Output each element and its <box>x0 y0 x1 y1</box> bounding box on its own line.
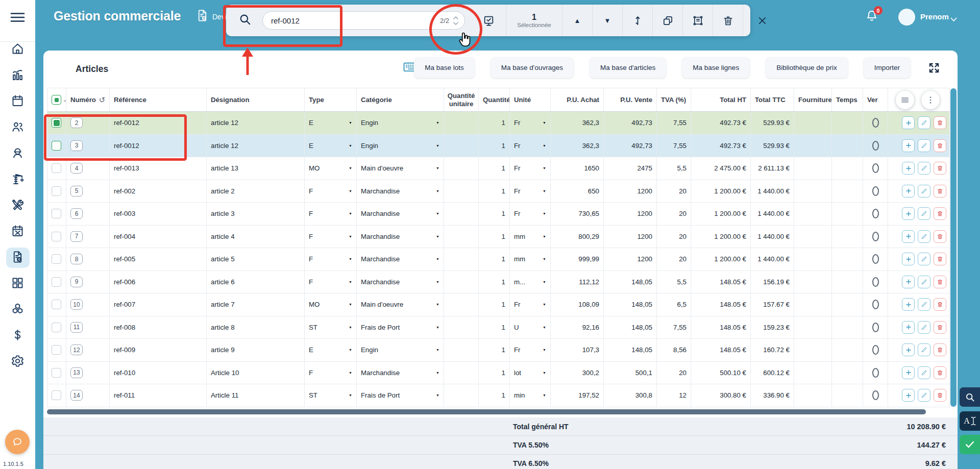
cell-type-dropdown[interactable]: F▼ <box>305 362 357 384</box>
cell-pu-vente[interactable]: 148,05 <box>604 316 657 339</box>
cell-reference[interactable]: ref-007 <box>110 293 207 316</box>
chevron-up-icon[interactable] <box>453 16 459 20</box>
edit-row-button[interactable] <box>918 389 930 402</box>
edit-row-button[interactable] <box>918 162 930 175</box>
cell-tva[interactable]: 20 <box>657 203 691 225</box>
cell-quantite-unitaire[interactable] <box>444 180 479 203</box>
cell-temps[interactable] <box>832 203 863 225</box>
cell-quantite[interactable]: 1 <box>479 248 510 270</box>
row-number-chip[interactable]: 12 <box>70 344 83 355</box>
cell-temps[interactable] <box>832 135 863 157</box>
cell-type-dropdown[interactable]: F▼ <box>305 226 357 248</box>
add-row-button[interactable] <box>902 139 915 152</box>
cell-fourniture[interactable] <box>794 157 832 180</box>
cell-type-dropdown[interactable]: E▼ <box>305 339 357 361</box>
row-number-chip[interactable]: 3 <box>70 140 83 151</box>
cell-quantite[interactable]: 1 <box>479 362 510 384</box>
row-number-chip[interactable]: 10 <box>70 299 83 310</box>
cell-categorie-dropdown[interactable]: Marchandise▼ <box>357 362 444 384</box>
edit-row-button[interactable] <box>918 207 930 220</box>
row-number-chip[interactable]: 11 <box>70 322 83 333</box>
chevron-down-icon[interactable]: ⌄ <box>63 97 66 103</box>
move-up-button[interactable]: ▲ <box>562 5 592 36</box>
cell-designation[interactable]: article 9 <box>207 339 305 361</box>
cell-fourniture[interactable] <box>794 180 832 203</box>
cell-type-dropdown[interactable]: E▼ <box>305 112 357 134</box>
cell-temps[interactable] <box>832 226 863 248</box>
cell-designation[interactable]: Article 11 <box>207 384 305 407</box>
row-number-chip[interactable]: 4 <box>70 163 83 174</box>
button-biblioth-que-de-prix[interactable]: Bibliothèque de prix <box>766 57 848 78</box>
add-row-button[interactable] <box>902 185 915 198</box>
cell-categorie-dropdown[interactable]: Engin▼ <box>357 135 444 157</box>
cell-designation[interactable]: article 12 <box>207 112 305 134</box>
sidebar-item-stats[interactable] <box>6 65 30 86</box>
sidebar-item-gestion-commerciale[interactable]: € <box>6 248 30 268</box>
cell-quantite-unitaire[interactable] <box>444 226 479 248</box>
cell-tva[interactable]: 20 <box>657 180 691 203</box>
cell-type-dropdown[interactable]: ST▼ <box>305 384 357 407</box>
cell-quantite-unitaire[interactable] <box>444 293 479 316</box>
cell-unite-dropdown[interactable]: m...▼ <box>510 271 551 293</box>
add-row-button[interactable] <box>902 253 915 265</box>
cell-type-dropdown[interactable]: ST▼ <box>305 316 357 339</box>
cell-reference[interactable]: ref-0012 <box>110 112 207 134</box>
delete-row-button[interactable] <box>934 139 946 152</box>
cell-pu-achat[interactable]: 730,65 <box>551 203 604 225</box>
cell-quantite[interactable]: 1 <box>479 339 510 361</box>
cell-temps[interactable] <box>832 316 863 339</box>
cell-quantite-unitaire[interactable] <box>444 362 479 384</box>
delete-selected-button[interactable] <box>713 5 743 36</box>
row-checkbox[interactable] <box>52 390 61 400</box>
cell-reference[interactable]: ref-003 <box>110 203 207 225</box>
cell-fourniture[interactable] <box>794 339 832 361</box>
cell-quantite[interactable]: 1 <box>479 384 510 407</box>
sidebar-item-crane[interactable] <box>6 169 30 190</box>
row-checkbox[interactable] <box>52 277 61 287</box>
cell-pu-achat[interactable]: 300,2 <box>551 362 604 384</box>
cell-pu-achat[interactable]: 92,16 <box>551 316 604 339</box>
cell-unite-dropdown[interactable]: Fr▼ <box>510 112 551 134</box>
edit-row-button[interactable] <box>918 298 930 311</box>
cell-pu-achat[interactable]: 1650 <box>551 157 604 180</box>
cell-temps[interactable] <box>832 271 863 293</box>
cell-categorie-dropdown[interactable]: Engin▼ <box>357 112 444 134</box>
cell-fourniture[interactable] <box>794 271 832 293</box>
button-ma-base-d-ouvrages[interactable]: Ma base d'ouvrages <box>491 57 574 78</box>
cell-temps[interactable] <box>832 384 863 407</box>
cell-pu-vente[interactable]: 148,05 <box>604 293 657 316</box>
delete-row-button[interactable] <box>934 230 946 243</box>
cell-quantite-unitaire[interactable] <box>444 135 479 157</box>
button-ma-base-lots[interactable]: Ma base lots <box>414 57 475 78</box>
cell-tva[interactable]: 5,5 <box>657 157 691 180</box>
add-row-button[interactable] <box>902 298 915 311</box>
row-number-chip[interactable]: 2 <box>70 117 83 128</box>
cell-temps[interactable] <box>832 180 863 203</box>
delete-row-button[interactable] <box>934 162 946 175</box>
more-options-button[interactable] <box>921 91 940 109</box>
cell-quantite-unitaire[interactable] <box>444 271 479 293</box>
sidebar-item-calendar[interactable] <box>6 91 30 112</box>
sidebar-item-finance[interactable] <box>6 326 30 346</box>
horizontal-scrollbar[interactable] <box>47 409 926 414</box>
cell-temps[interactable] <box>832 157 863 180</box>
cell-tva[interactable]: 20 <box>657 248 691 270</box>
cell-quantite[interactable]: 1 <box>479 112 510 134</box>
add-row-button[interactable] <box>902 366 915 379</box>
delete-row-button[interactable] <box>934 298 946 311</box>
edit-row-button[interactable] <box>918 321 930 334</box>
cell-type-dropdown[interactable]: F▼ <box>305 271 357 293</box>
cell-unite-dropdown[interactable]: mm▼ <box>510 226 551 248</box>
cell-pu-achat[interactable]: 107,3 <box>551 339 604 361</box>
cell-tva[interactable]: 6,5 <box>657 293 691 316</box>
cell-categorie-dropdown[interactable]: Marchandise▼ <box>357 180 444 203</box>
cell-temps[interactable] <box>832 362 863 384</box>
cell-reference[interactable]: ref-011 <box>110 384 207 407</box>
cell-fourniture[interactable] <box>794 384 832 407</box>
reorder-button[interactable] <box>622 5 652 36</box>
cell-categorie-dropdown[interactable]: Marchandise▼ <box>357 226 444 248</box>
cell-reference[interactable]: ref-008 <box>110 316 207 339</box>
cell-pu-achat[interactable]: 197,52 <box>551 384 604 407</box>
cell-designation[interactable]: article 4 <box>207 226 305 248</box>
cell-reference[interactable]: ref-004 <box>110 226 207 248</box>
